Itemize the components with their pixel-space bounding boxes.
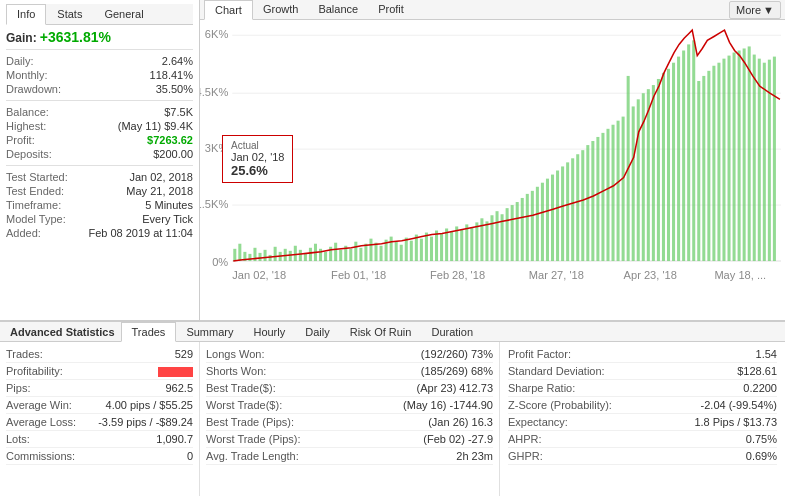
highest-label: Highest: — [6, 120, 46, 132]
svg-rect-62 — [465, 224, 468, 261]
svg-rect-60 — [455, 226, 458, 261]
more-button[interactable]: More ▼ — [729, 1, 781, 19]
svg-rect-87 — [591, 141, 594, 261]
tab-stats[interactable]: Stats — [46, 4, 93, 24]
svg-text:6K%: 6K% — [205, 28, 229, 40]
timeframe-value: 5 Minutes — [145, 199, 193, 211]
model-type-row: Model Type: Every Tick — [6, 212, 193, 226]
worst-trade-dollar-stat: Worst Trade($): (May 16) -1744.90 — [206, 397, 493, 414]
svg-rect-106 — [687, 44, 690, 261]
zscore-stat: Z-Score (Probability): -2.04 (-99.54%) — [508, 397, 777, 414]
svg-rect-80 — [556, 171, 559, 262]
deposits-row: Deposits: $200.00 — [6, 147, 193, 161]
svg-rect-95 — [632, 106, 635, 261]
svg-rect-89 — [601, 133, 604, 261]
svg-rect-23 — [269, 255, 272, 261]
svg-rect-77 — [541, 183, 544, 261]
svg-rect-45 — [380, 246, 383, 261]
gain-label: Gain: — [6, 31, 37, 45]
svg-rect-44 — [374, 243, 377, 261]
svg-text:4.5K%: 4.5K% — [200, 86, 228, 98]
svg-rect-72 — [516, 202, 519, 261]
deposits-value: $200.00 — [153, 148, 193, 160]
deposits-label: Deposits: — [6, 148, 52, 160]
svg-rect-68 — [496, 211, 499, 261]
svg-rect-71 — [511, 205, 514, 261]
drawdown-label: Drawdown: — [6, 83, 61, 95]
svg-rect-86 — [586, 145, 589, 261]
bottom-tab-risk[interactable]: Risk Of Ruin — [340, 323, 422, 341]
svg-rect-41 — [359, 248, 362, 261]
bottom-tab-summary[interactable]: Summary — [176, 323, 243, 341]
chart-tab-row: Chart Growth Balance Profit More ▼ — [200, 0, 785, 20]
svg-rect-21 — [259, 253, 262, 261]
bottom-tab-trades[interactable]: Trades — [121, 322, 177, 342]
commissions-stat: Commissions: 0 — [6, 448, 193, 465]
svg-rect-22 — [264, 250, 267, 261]
bar-red — [158, 367, 193, 377]
svg-rect-29 — [299, 250, 302, 261]
bottom-tab-hourly[interactable]: Hourly — [243, 323, 295, 341]
svg-rect-28 — [294, 246, 297, 261]
svg-rect-114 — [728, 56, 731, 261]
svg-rect-40 — [354, 242, 357, 261]
svg-rect-43 — [369, 239, 372, 261]
chart-tab-chart[interactable]: Chart — [204, 0, 253, 20]
stats-grid: Trades: 529 Profitability: Pips: 962.5 A… — [0, 342, 785, 496]
highest-row: Highest: (May 11) $9.4K — [6, 119, 193, 133]
added-label: Added: — [6, 227, 41, 239]
test-ended-value: May 21, 2018 — [126, 185, 193, 197]
bottom-tab-duration[interactable]: Duration — [421, 323, 483, 341]
svg-rect-108 — [697, 81, 700, 261]
svg-rect-36 — [334, 243, 337, 261]
chart-tab-profit[interactable]: Profit — [368, 0, 414, 19]
svg-rect-115 — [733, 53, 736, 261]
expectancy-stat: Expectancy: 1.8 Pips / $13.73 — [508, 414, 777, 431]
svg-rect-123 — [773, 57, 776, 261]
svg-rect-50 — [405, 238, 408, 261]
svg-rect-63 — [470, 227, 473, 261]
pips-stat: Pips: 962.5 — [6, 380, 193, 397]
svg-rect-56 — [435, 231, 438, 262]
test-started-row: Test Started: Jan 02, 2018 — [6, 170, 193, 184]
advanced-statistics-title: Advanced Statistics — [4, 323, 121, 341]
profitability-stat: Profitability: — [6, 363, 193, 380]
svg-rect-55 — [430, 237, 433, 261]
chart-tab-balance[interactable]: Balance — [308, 0, 368, 19]
svg-rect-107 — [692, 40, 695, 261]
test-ended-row: Test Ended: May 21, 2018 — [6, 184, 193, 198]
svg-rect-99 — [652, 85, 655, 261]
std-dev-stat: Standard Deviation: $128.61 — [508, 363, 777, 380]
balance-row: Balance: $7.5K — [6, 105, 193, 119]
svg-rect-122 — [768, 60, 771, 261]
left-tab-row: Info Stats General — [6, 4, 193, 25]
svg-rect-121 — [763, 63, 766, 261]
test-ended-label: Test Ended: — [6, 185, 64, 197]
profit-factor-stat: Profit Factor: 1.54 — [508, 346, 777, 363]
svg-rect-103 — [672, 63, 675, 261]
svg-rect-42 — [364, 244, 367, 261]
stats-col-1: Trades: 529 Profitability: Pips: 962.5 A… — [0, 342, 200, 496]
svg-rect-83 — [571, 158, 574, 261]
chart-tab-growth[interactable]: Growth — [253, 0, 308, 19]
balance-label: Balance: — [6, 106, 49, 118]
svg-rect-24 — [274, 247, 277, 261]
svg-text:Feb 28, '18: Feb 28, '18 — [430, 269, 485, 281]
svg-rect-37 — [339, 250, 342, 261]
tab-info[interactable]: Info — [6, 4, 46, 25]
svg-rect-54 — [425, 233, 428, 261]
svg-rect-110 — [707, 71, 710, 261]
svg-rect-96 — [637, 99, 640, 261]
svg-rect-27 — [289, 251, 292, 261]
bottom-tab-daily[interactable]: Daily — [295, 323, 339, 341]
added-value: Feb 08 2019 at 11:04 — [88, 227, 193, 239]
svg-rect-74 — [526, 194, 529, 261]
svg-rect-33 — [319, 249, 322, 261]
ahpr-stat: AHPR: 0.75% — [508, 431, 777, 448]
svg-rect-48 — [395, 242, 398, 261]
chart-area: 6K% 4.5K% 3K% 1.5K% 0% Jan 02, '18 Feb 0… — [200, 20, 785, 320]
tab-general[interactable]: General — [93, 4, 154, 24]
svg-rect-84 — [576, 154, 579, 261]
bottom-section: Advanced Statistics Trades Summary Hourl… — [0, 320, 785, 500]
svg-rect-61 — [460, 229, 463, 261]
